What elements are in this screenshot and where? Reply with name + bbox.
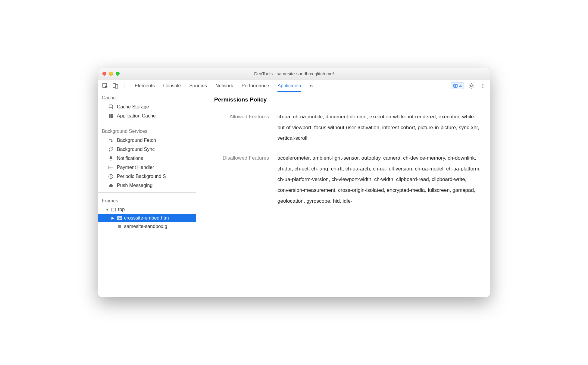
content-pane[interactable]: Permissions Policy Allowed Features ch-u… <box>196 92 490 297</box>
svg-rect-14 <box>111 116 113 118</box>
sidebar-item-label: Background Sync <box>117 147 155 152</box>
application-sidebar[interactable]: Cache Cache Storage Application Cache Ba… <box>98 92 196 297</box>
allowed-value: ch-ua, ch-ua-mobile, document-domain, ex… <box>277 111 481 144</box>
sidebar-item-label: Background Fetch <box>117 138 156 143</box>
tab-more[interactable]: » <box>310 80 313 92</box>
sidebar-item-payment[interactable]: Payment Handler <box>98 163 196 172</box>
minimize-window-button[interactable] <box>109 72 113 76</box>
section-frames: Frames <box>98 195 196 205</box>
device-toolbar-icon[interactable] <box>111 82 119 90</box>
disallowed-label: Disallowed Features <box>214 153 277 206</box>
tab-performance[interactable]: Performance <box>242 80 269 92</box>
allowed-label: Allowed Features <box>214 111 277 144</box>
tab-console[interactable]: Console <box>163 80 181 92</box>
svg-rect-16 <box>109 167 113 167</box>
grid-icon <box>108 113 114 119</box>
section-cache: Cache <box>98 92 196 102</box>
sidebar-item-bg-sync[interactable]: Background Sync <box>98 145 196 154</box>
sidebar-item-bg-fetch[interactable]: Background Fetch <box>98 136 196 145</box>
close-window-button[interactable] <box>102 72 106 76</box>
window-title: DevTools - samesite-sandbox.glitch.me/ <box>98 71 490 76</box>
tab-elements[interactable]: Elements <box>135 80 155 92</box>
sidebar-item-notifications[interactable]: Notifications <box>98 154 196 163</box>
sidebar-item-label: Push Messaging <box>117 183 152 188</box>
settings-icon[interactable] <box>468 82 475 90</box>
frame-sandbox[interactable]: samesite-sandbox.g <box>98 222 196 231</box>
frame-label: samesite-sandbox.g <box>124 224 167 229</box>
devtools-window: DevTools - samesite-sandbox.glitch.me/ E… <box>98 68 490 297</box>
frame-label: top <box>118 207 125 212</box>
section-background: Background Services <box>98 126 196 136</box>
sidebar-item-push[interactable]: Push Messaging <box>98 181 196 190</box>
disclosure-icon: ▼ <box>105 207 109 212</box>
divider <box>98 123 196 123</box>
main-area: Cache Cache Storage Application Cache Ba… <box>98 92 490 297</box>
content-heading: Permissions Policy <box>214 96 481 103</box>
window-icon <box>111 207 116 212</box>
sidebar-item-label: Application Cache <box>117 113 156 119</box>
frame-icon <box>117 215 122 221</box>
svg-rect-13 <box>109 116 111 118</box>
svg-point-7 <box>483 84 483 85</box>
frame-top[interactable]: ▼ top <box>98 205 196 214</box>
sync-icon <box>108 146 114 152</box>
sidebar-item-app-cache[interactable]: Application Cache <box>98 111 196 120</box>
sidebar-item-label: Payment Handler <box>117 165 154 170</box>
zoom-window-button[interactable] <box>116 72 120 76</box>
disallowed-row: Disallowed Features accelerometer, ambie… <box>214 153 481 206</box>
sidebar-item-periodic[interactable]: Periodic Background S <box>98 172 196 181</box>
issues-count: 4 <box>459 83 462 88</box>
tab-network[interactable]: Network <box>215 80 233 92</box>
allowed-row: Allowed Features ch-ua, ch-ua-mobile, do… <box>214 111 481 144</box>
issues-icon <box>453 83 458 88</box>
sidebar-item-label: Periodic Background S <box>117 174 166 179</box>
svg-point-8 <box>483 85 483 86</box>
disallowed-value: accelerometer, ambient-light-sensor, aut… <box>277 153 481 206</box>
file-icon <box>117 224 122 229</box>
sidebar-item-cache-storage[interactable]: Cache Storage <box>98 102 196 111</box>
cloud-icon <box>108 182 114 189</box>
sidebar-item-label: Notifications <box>117 156 143 161</box>
titlebar: DevTools - samesite-sandbox.glitch.me/ <box>98 68 490 80</box>
svg-rect-21 <box>118 217 121 219</box>
window-controls <box>102 72 120 76</box>
database-icon <box>108 104 114 110</box>
separator <box>124 83 124 89</box>
svg-point-10 <box>109 105 113 106</box>
devtools-tabbar: Elements Console Sources Network Perform… <box>98 80 490 92</box>
bell-icon <box>108 155 114 161</box>
clock-icon <box>108 173 114 179</box>
tab-sources[interactable]: Sources <box>189 80 207 92</box>
svg-point-9 <box>483 87 483 88</box>
frame-embed[interactable]: ▶ crosssite-embed.htm <box>98 214 196 222</box>
inspect-icon[interactable] <box>101 82 109 90</box>
updown-icon <box>108 137 114 143</box>
tab-application[interactable]: Application <box>277 80 301 92</box>
svg-rect-3 <box>454 84 457 87</box>
svg-point-6 <box>471 85 472 87</box>
svg-rect-11 <box>109 114 111 116</box>
svg-rect-12 <box>111 114 113 116</box>
card-icon <box>108 164 114 170</box>
more-icon[interactable] <box>479 82 487 90</box>
svg-rect-18 <box>112 208 115 211</box>
divider <box>98 192 196 193</box>
issues-badge[interactable]: 4 <box>451 82 464 89</box>
sidebar-item-label: Cache Storage <box>117 104 149 110</box>
panel-tabs: Elements Console Sources Network Perform… <box>135 80 449 92</box>
toolbar-right: 4 <box>451 82 487 90</box>
disclosure-icon: ▶ <box>111 216 115 220</box>
svg-rect-2 <box>115 85 118 88</box>
frame-label: crosssite-embed.htm <box>124 215 169 221</box>
